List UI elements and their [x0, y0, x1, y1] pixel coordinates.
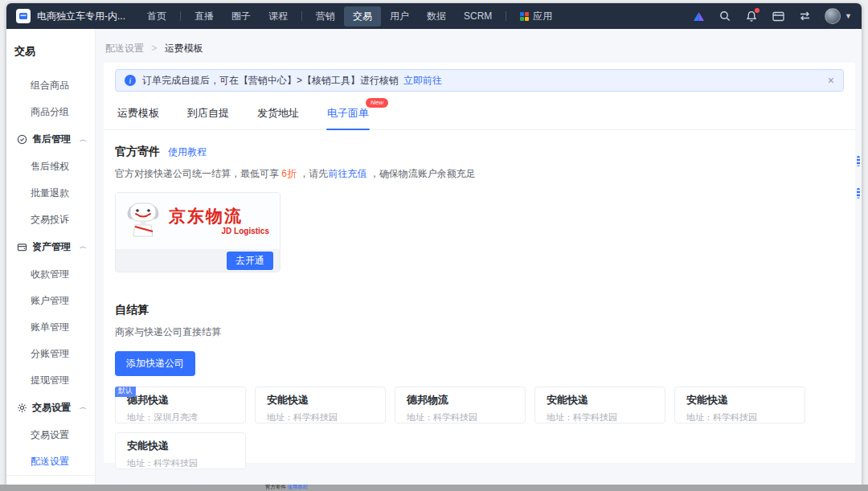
- app-window: 电商独立车专用-内... 首页 直播 圈子 课程 营销 交易 用户 数据 SCR…: [6, 3, 862, 485]
- desc-text: 官方对接快递公司统一结算，最低可享: [115, 168, 281, 179]
- courier-name: 德邦物流: [407, 393, 517, 407]
- self-settlement-section: 自结算 商家与快递公司直接结算 添加快递公司 默认 德邦快递 地址：深圳月亮湾 …: [115, 303, 844, 469]
- tutorial-link[interactable]: 使用教程: [168, 145, 207, 159]
- sidebar-group-trade-settings[interactable]: 交易设置 ︿: [6, 394, 95, 422]
- main-content: 配送设置 > 运费模板 i 订单完成自提后，可在【营销中心】>【核销工具】进行核…: [96, 29, 862, 485]
- nav-item-user[interactable]: 用户: [381, 6, 418, 27]
- breadcrumb-separator: >: [151, 43, 157, 54]
- courier-card[interactable]: 安能快递 地址：科学科技园: [534, 387, 665, 423]
- sidebar-item-trade-complaint[interactable]: 交易投诉: [6, 207, 95, 233]
- tab-store-pickup[interactable]: 到店自提: [186, 102, 230, 129]
- official-section-desc: 官方对接快递公司统一结算，最低可享 6折 ，请先前往充值 ，确保物流账户余额充足: [115, 167, 844, 181]
- sidebar-item-account-mgmt[interactable]: 账户管理: [6, 288, 95, 314]
- courier-card[interactable]: 安能快递 地址：科学科技园: [115, 432, 246, 469]
- sidebar: 交易 组合商品 商品分组 售后管理 ︿ 售后维权 批量退款 交易投诉 资产管理 …: [6, 29, 96, 485]
- app-title: 电商独立车专用-内...: [37, 10, 125, 23]
- sidebar-item-payment-mgmt[interactable]: 收款管理: [6, 261, 95, 288]
- app-logo-icon[interactable]: [16, 9, 31, 23]
- sidebar-group-label: 交易设置: [32, 401, 71, 415]
- assets-icon: [17, 242, 27, 252]
- workbench-icon[interactable]: [772, 10, 784, 23]
- notification-dot: [755, 8, 760, 13]
- courier-card[interactable]: 安能快递 地址：科学科技园: [255, 387, 386, 423]
- tab-bar: 运费模板 到店自提 发货地址 电子面单 New: [104, 102, 855, 130]
- user-menu[interactable]: ▼: [825, 8, 852, 24]
- sidebar-group-label: 售后管理: [32, 133, 71, 146]
- tab-e-waybill[interactable]: 电子面单 New: [326, 102, 370, 129]
- main-nav: 首页 直播 圈子 课程 营销 交易 用户 数据 SCRM 应用: [138, 6, 561, 27]
- sidebar-item-aftersale-rights[interactable]: 售后维权: [6, 153, 95, 180]
- breadcrumb: 配送设置 > 运费模板: [104, 35, 855, 63]
- search-icon[interactable]: [719, 10, 731, 23]
- courier-card[interactable]: 德邦物流 地址：科学科技园: [395, 387, 526, 423]
- breadcrumb-current: 运费模板: [165, 43, 203, 54]
- jd-card-body: 京东物流 JD Logistics: [116, 193, 280, 249]
- nav-item-apps[interactable]: 应用: [511, 6, 561, 27]
- courier-name: 安能快递: [547, 393, 657, 407]
- sidebar-group-assets[interactable]: 资产管理 ︿: [6, 233, 95, 261]
- tab-freight-template[interactable]: 运费模板: [117, 102, 160, 129]
- nav-item-apps-label: 应用: [533, 10, 552, 23]
- notification-bell-icon[interactable]: [745, 10, 758, 23]
- nav-item-live[interactable]: 直播: [186, 6, 223, 27]
- top-navbar: 电商独立车专用-内... 首页 直播 圈子 课程 营销 交易 用户 数据 SCR…: [6, 3, 862, 29]
- official-section-title: 官方寄件: [115, 145, 160, 159]
- scrollbar-marker[interactable]: [857, 188, 860, 198]
- settings-icon: [17, 403, 27, 413]
- sidebar-item-combo-products[interactable]: 组合商品: [6, 72, 95, 99]
- courier-address: 地址：深圳月亮湾: [127, 411, 237, 423]
- jd-mascot-icon: [126, 199, 160, 243]
- sidebar-group-aftersale[interactable]: 售后管理 ︿: [6, 125, 95, 153]
- courier-card[interactable]: 默认 德邦快递 地址：深圳月亮湾: [115, 387, 246, 423]
- jd-logistics-card: 京东物流 JD Logistics 去开通: [115, 192, 280, 272]
- chevron-up-icon: ︿: [80, 243, 87, 251]
- courier-name: 德邦快递: [127, 393, 237, 407]
- info-icon: i: [125, 75, 136, 86]
- close-icon[interactable]: ×: [828, 75, 834, 86]
- nav-item-circle[interactable]: 圈子: [223, 6, 260, 27]
- desc-text: ，确保物流账户余额充足: [366, 168, 475, 179]
- brand-triangle-icon[interactable]: [692, 10, 705, 23]
- info-banner: i 订单完成自提后，可在【营销中心】>【核销工具】进行核销 立即前往 ×: [115, 69, 844, 92]
- default-badge: 默认: [115, 387, 136, 397]
- avatar: [825, 8, 841, 24]
- courier-name: 安能快递: [267, 393, 377, 407]
- new-badge: New: [366, 98, 388, 108]
- nav-separator: [180, 11, 181, 21]
- sidebar-item-delivery-settings[interactable]: 配送设置: [6, 448, 95, 475]
- sidebar-item-bill-mgmt[interactable]: 账单管理: [6, 314, 95, 341]
- courier-card[interactable]: 安能快递 地址：科学科技园: [674, 387, 805, 423]
- sidebar-item-trade-settings[interactable]: 交易设置: [6, 422, 95, 448]
- courier-address: 地址：科学科技园: [267, 411, 377, 423]
- sidebar-item-batch-refund[interactable]: 批量退款: [6, 180, 95, 207]
- sidebar-item-split-mgmt[interactable]: 分账管理: [6, 341, 95, 367]
- sidebar-item-withdraw-mgmt[interactable]: 提现管理: [6, 367, 95, 394]
- banner-text: 订单完成自提后，可在【营销中心】>【核销工具】进行核销: [142, 74, 399, 88]
- apps-grid-icon: [520, 12, 529, 21]
- nav-item-home[interactable]: 首页: [138, 6, 175, 27]
- recharge-link[interactable]: 前往充值: [328, 168, 366, 179]
- breadcrumb-parent[interactable]: 配送设置: [105, 43, 144, 54]
- courier-name: 安能快递: [686, 393, 796, 407]
- background-window-edge: 官方寄件 使用教程: [0, 485, 868, 491]
- background-window-text: 官方寄件 使用教程: [265, 485, 308, 491]
- aftersale-icon: [17, 134, 27, 145]
- tab-shipping-address[interactable]: 发货地址: [256, 102, 300, 129]
- tab-e-waybill-label: 电子面单: [327, 107, 369, 119]
- nav-item-course[interactable]: 课程: [260, 6, 297, 27]
- courier-address: 地址：科学科技园: [127, 457, 237, 469]
- banner-go-now-link[interactable]: 立即前往: [403, 74, 442, 88]
- open-jd-button[interactable]: 去开通: [227, 252, 273, 270]
- chevron-down-icon: ▼: [845, 12, 852, 20]
- nav-item-data[interactable]: 数据: [418, 6, 455, 27]
- courier-address: 地址：科学科技园: [407, 411, 517, 423]
- nav-item-scrm[interactable]: SCRM: [455, 7, 501, 25]
- scrollbar-marker[interactable]: [857, 156, 860, 166]
- nav-item-marketing[interactable]: 营销: [307, 6, 344, 27]
- add-courier-button[interactable]: 添加快递公司: [115, 351, 195, 376]
- topbar-right-icons: ▼: [692, 8, 852, 24]
- switch-account-icon[interactable]: [798, 10, 811, 23]
- sidebar-item-product-groups[interactable]: 商品分组: [6, 99, 95, 125]
- desc-text: ，请先: [297, 168, 328, 179]
- nav-item-trade[interactable]: 交易: [344, 6, 381, 27]
